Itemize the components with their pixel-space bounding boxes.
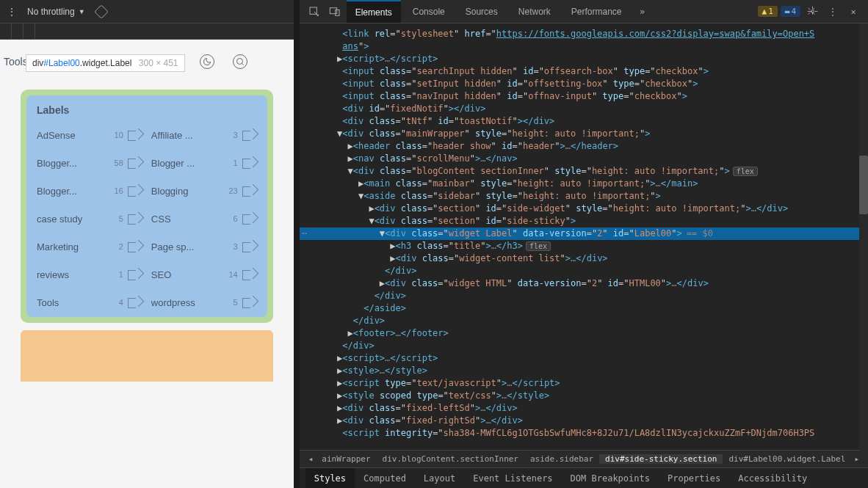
inspect-icon[interactable] <box>305 3 323 21</box>
label-item[interactable]: case study5 <box>37 213 142 225</box>
throttle-dropdown[interactable]: No throttling ▼ <box>27 7 85 17</box>
tab-elements[interactable]: Elements <box>347 0 401 23</box>
dom-line[interactable]: ⋯ ▼<div class="widget Label" data-versio… <box>300 227 868 240</box>
dom-line[interactable]: </aside> <box>300 302 868 315</box>
crumb-3[interactable]: div#side-sticky.section <box>599 454 723 464</box>
dom-line[interactable]: <input class="navInput hidden" id="offna… <box>300 90 868 103</box>
dom-line[interactable]: ▶<div class="fixed-rightSd">…</div> <box>300 415 868 427</box>
more-tabs-icon[interactable]: » <box>634 3 651 21</box>
dom-line[interactable]: </div> <box>300 340 868 352</box>
label-item[interactable]: Affiliate ...3 <box>151 129 257 141</box>
ruler-row <box>0 23 294 40</box>
dom-line[interactable]: ▶<nav class="scrollMenu">…</nav> <box>300 153 868 165</box>
dom-line[interactable]: ▶<h3 class="title">…</h3>flex <box>300 240 868 252</box>
dom-line[interactable]: ▶<header class="header show" id="header"… <box>300 140 868 153</box>
crumb-2[interactable]: aside.sidebar <box>524 454 599 464</box>
subtab-styles[interactable]: Styles <box>305 468 355 488</box>
subtab-dom-breakpoints[interactable]: DOM Breakpoints <box>562 468 659 488</box>
label-item[interactable]: Blogging23 <box>151 185 257 197</box>
dom-line[interactable]: ans"> <box>300 40 868 53</box>
element-tooltip: div#Label00.widget.Label 300 × 451 <box>26 54 185 72</box>
tooltip-dimensions: 300 × 451 <box>139 58 178 68</box>
tab-sources[interactable]: Sources <box>457 0 507 23</box>
subtab-layout[interactable]: Layout <box>415 468 464 488</box>
dom-line[interactable]: ▼<div class="mainWrapper" style="height:… <box>300 128 868 140</box>
rotate-icon[interactable] <box>94 4 109 19</box>
dom-line[interactable]: ▶<div class="widget HTML" data-version="… <box>300 277 868 290</box>
dom-line[interactable]: <div class="tNtf" id="toastNotif"></div> <box>300 115 868 128</box>
dom-line[interactable]: ▶<script>…</script> <box>300 352 868 365</box>
label-count: 5 <box>234 298 238 307</box>
moon-icon[interactable] <box>200 54 214 69</box>
pane-divider[interactable]: ⋮⋮ <box>294 0 300 488</box>
dom-line[interactable]: ▶<div class="widget-content list">…</div… <box>300 252 868 265</box>
label-item[interactable]: CSS6 <box>151 213 257 225</box>
label-item[interactable]: AdSense10 <box>37 129 142 141</box>
crumb-0[interactable]: ainWrapper <box>316 454 376 464</box>
tab-network[interactable]: Network <box>510 0 560 23</box>
dom-line[interactable]: ▶<style scoped type="text/css">…</style> <box>300 390 868 402</box>
close-icon[interactable]: ✕ <box>845 3 862 21</box>
subtab-event-listeners[interactable]: Event Listeners <box>464 468 561 488</box>
scrollbar-vertical[interactable] <box>859 23 868 453</box>
tab-console[interactable]: Console <box>404 0 454 23</box>
label-count: 5 <box>119 214 123 223</box>
arrow-icon <box>242 241 257 252</box>
dom-line[interactable]: ▼<aside class="sidebar" style="height: a… <box>300 190 868 203</box>
dom-line[interactable]: </div> <box>300 315 868 327</box>
device-toggle-icon[interactable] <box>326 3 344 21</box>
label-name: Blogger... <box>37 158 110 169</box>
dom-tree[interactable]: <link rel="stylesheet" href="https://fon… <box>300 23 868 450</box>
subtab-properties[interactable]: Properties <box>659 468 729 488</box>
label-item[interactable]: Tools4 <box>37 296 142 308</box>
dom-line[interactable]: ▶<style>…</style> <box>300 365 868 377</box>
dom-line[interactable]: ▶<div class="fixed-leftSd">…</div> <box>300 402 868 415</box>
tab-performance[interactable]: Performance <box>563 0 631 23</box>
viewport-pane: ⋮ No throttling ▼ Tools ⌄ Sitemap SVG Ic… <box>0 0 294 488</box>
dom-line[interactable]: </div> <box>300 265 868 277</box>
label-item[interactable]: Blogger...58 <box>37 157 142 169</box>
dom-line[interactable]: ▶<main class="mainbar" style="height: au… <box>300 178 868 190</box>
arrow-icon <box>242 185 257 197</box>
device-toolbar: ⋮ No throttling ▼ <box>0 0 294 23</box>
dom-line[interactable]: ▼<div class="blogContent sectionInner" s… <box>300 165 868 178</box>
kebab-icon[interactable]: ⋮ <box>824 3 842 21</box>
more-icon[interactable]: ⋮ <box>7 7 16 17</box>
page-preview: Tools ⌄ Sitemap SVG Icons New! div#Label… <box>0 40 294 488</box>
subtab-accessibility[interactable]: Accessibility <box>729 468 816 488</box>
label-item[interactable]: Blogger ...1 <box>151 157 257 169</box>
dom-line[interactable]: ▶<footer>…</footer> <box>300 327 868 340</box>
label-count: 16 <box>115 186 123 195</box>
crumb-1[interactable]: div.blogContent.sectionInner <box>377 454 524 464</box>
dom-line[interactable]: <input class="searchInput hidden" id="of… <box>300 65 868 78</box>
label-name: case study <box>37 214 115 225</box>
label-item[interactable]: reviews1 <box>37 269 142 280</box>
dom-line[interactable]: ▼<div class="section" id="side-sticky"> <box>300 215 868 227</box>
warnings-badge[interactable]: ▲ 1 <box>758 6 778 17</box>
label-item[interactable]: SEO14 <box>151 269 257 280</box>
dom-line[interactable]: <input class="setInput hidden" id="offse… <box>300 78 868 90</box>
scrollbar-thumb[interactable] <box>859 156 868 214</box>
label-name: Page sp... <box>151 241 229 252</box>
crumb-4[interactable]: div#Label00.widget.Label <box>723 454 851 464</box>
label-item[interactable]: Marketing2 <box>37 241 142 252</box>
dom-line[interactable]: <link rel="stylesheet" href="https://fon… <box>300 28 868 40</box>
arrow-icon <box>128 129 142 141</box>
breadcrumb-scroll-right[interactable]: ▸ <box>851 454 862 464</box>
label-item[interactable]: wordpress5 <box>151 296 257 308</box>
subtab-computed[interactable]: Computed <box>355 468 415 488</box>
dom-line[interactable]: ▶<script>…</script> <box>300 53 868 65</box>
dom-line[interactable]: ▶<div class="section" id="side-widget" s… <box>300 203 868 215</box>
label-item[interactable]: Page sp...3 <box>151 241 257 252</box>
info-badge[interactable]: ▬ 4 <box>781 6 800 17</box>
dom-line[interactable]: <div id="fixedNotif"></div> <box>300 103 868 115</box>
label-grid: AdSense10Affiliate ...3Blogger...58Blogg… <box>37 129 257 308</box>
breadcrumb-scroll-left[interactable]: ◂ <box>305 454 317 464</box>
label-item[interactable]: Blogger...16 <box>37 185 142 197</box>
search-icon[interactable] <box>233 54 247 69</box>
dom-line[interactable]: ▶<script type="text/javascript">…</scrip… <box>300 377 868 390</box>
settings-icon[interactable] <box>803 3 821 21</box>
label-name: SEO <box>151 269 225 280</box>
dom-line[interactable]: </div> <box>300 290 868 302</box>
dom-line[interactable]: <script integrity="sha384-MWfCL6g1OTGsbS… <box>300 427 868 440</box>
